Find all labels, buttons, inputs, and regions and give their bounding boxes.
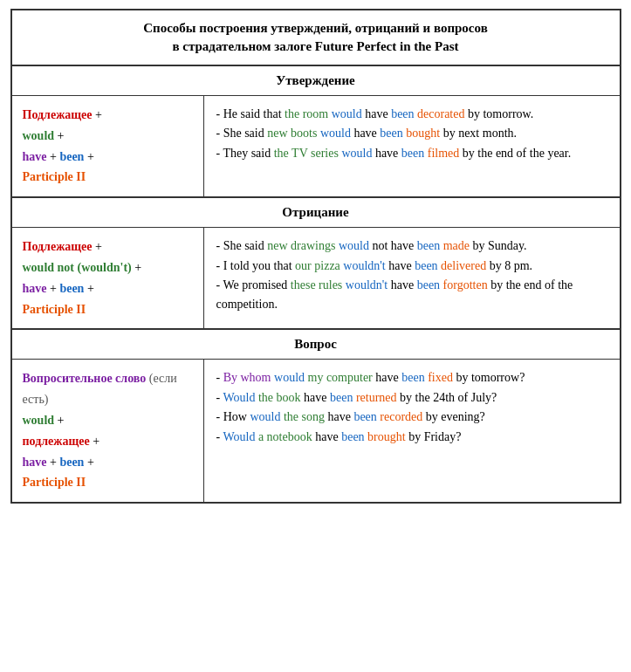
title-line2: в страдательном залоге Future Perfect in… [172, 39, 458, 53]
negative-row: Подлежащее + would not (wouldn't) + have… [12, 228, 620, 328]
question-right: - By whom would my computer have been fi… [204, 360, 620, 502]
section-affirmative-header: Утверждение [12, 66, 620, 96]
negative-right: - She said new drawings would not have b… [204, 228, 620, 328]
table-title: Способы построения утверждений, отрицани… [12, 10, 620, 66]
section-negative-header: Отрицание [12, 198, 620, 228]
section-question: Вопрос Вопросительное слово (если есть) … [12, 330, 620, 502]
affirmative-right: - He said that the room would have been … [204, 96, 620, 196]
title-line1: Способы построения утверждений, отрицани… [143, 21, 488, 35]
question-left: Вопросительное слово (если есть) would +… [12, 360, 204, 502]
main-table: Способы построения утверждений, отрицани… [10, 9, 621, 504]
negative-left: Подлежащее + would not (wouldn't) + have… [12, 228, 204, 328]
section-question-header: Вопрос [12, 330, 620, 360]
affirmative-left: Подлежащее + would + have + been + Parti… [12, 96, 204, 196]
section-negative: Отрицание Подлежащее + would not (wouldn… [12, 198, 620, 330]
question-row: Вопросительное слово (если есть) would +… [12, 360, 620, 502]
section-affirmative: Утверждение Подлежащее + would + have + … [12, 66, 620, 198]
affirmative-row: Подлежащее + would + have + been + Parti… [12, 96, 620, 196]
